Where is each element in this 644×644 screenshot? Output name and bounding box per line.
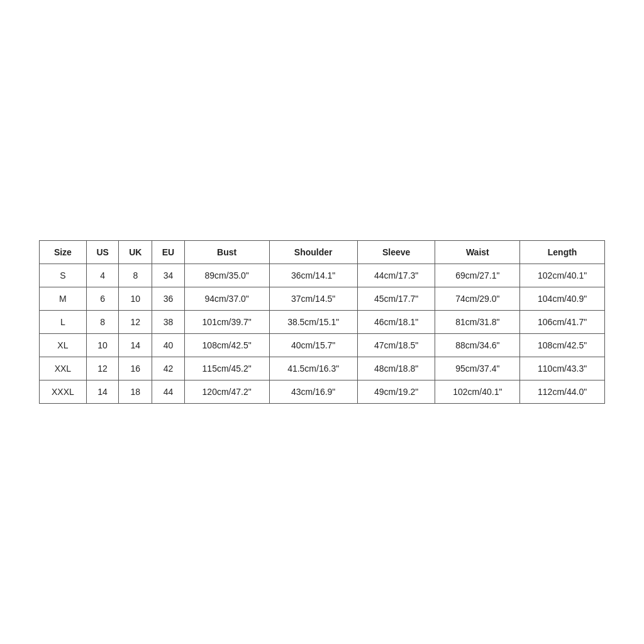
table-cell: 106cm/41.7" bbox=[520, 311, 605, 334]
table-cell: L bbox=[40, 311, 87, 334]
size-chart-table: SizeUSUKEUBustShoulderSleeveWaistLength … bbox=[39, 240, 605, 404]
table-cell: 120cm/47.2" bbox=[184, 380, 269, 404]
column-header-shoulder: Shoulder bbox=[269, 241, 357, 264]
column-header-sleeve: Sleeve bbox=[357, 241, 435, 264]
table-header-row: SizeUSUKEUBustShoulderSleeveWaistLength bbox=[40, 241, 605, 264]
column-header-waist: Waist bbox=[435, 241, 520, 264]
table-cell: XXXL bbox=[40, 380, 87, 404]
table-cell: 69cm/27.1" bbox=[435, 264, 520, 287]
column-header-bust: Bust bbox=[184, 241, 269, 264]
table-cell: 81cm/31.8" bbox=[435, 311, 520, 334]
table-cell: 49cm/19.2" bbox=[357, 380, 435, 404]
table-cell: 44 bbox=[152, 380, 185, 404]
table-cell: 38.5cm/15.1" bbox=[269, 311, 357, 334]
column-header-us: US bbox=[86, 241, 119, 264]
table-cell: S bbox=[40, 264, 87, 287]
table-cell: 10 bbox=[119, 287, 152, 311]
table-cell: 48cm/18.8" bbox=[357, 357, 435, 380]
column-header-length: Length bbox=[520, 241, 605, 264]
table-cell: 88cm/34.6" bbox=[435, 334, 520, 357]
table-cell: 108cm/42.5" bbox=[184, 334, 269, 357]
table-cell: 12 bbox=[119, 311, 152, 334]
table-cell: 47cm/18.5" bbox=[357, 334, 435, 357]
table-cell: 43cm/16.9" bbox=[269, 380, 357, 404]
table-cell: 14 bbox=[119, 334, 152, 357]
table-cell: 89cm/35.0" bbox=[184, 264, 269, 287]
table-cell: 4 bbox=[86, 264, 119, 287]
table-cell: 40cm/15.7" bbox=[269, 334, 357, 357]
table-cell: 112cm/44.0" bbox=[520, 380, 605, 404]
table-cell: 108cm/42.5" bbox=[520, 334, 605, 357]
table-cell: 115cm/45.2" bbox=[184, 357, 269, 380]
table-cell: 37cm/14.5" bbox=[269, 287, 357, 311]
table-cell: 94cm/37.0" bbox=[184, 287, 269, 311]
table-cell: 44cm/17.3" bbox=[357, 264, 435, 287]
table-cell: 45cm/17.7" bbox=[357, 287, 435, 311]
table-cell: 18 bbox=[119, 380, 152, 404]
column-header-size: Size bbox=[40, 241, 87, 264]
table-cell: 74cm/29.0" bbox=[435, 287, 520, 311]
table-cell: 110cm/43.3" bbox=[520, 357, 605, 380]
table-cell: 38 bbox=[152, 311, 185, 334]
table-cell: 95cm/37.4" bbox=[435, 357, 520, 380]
table-cell: 36 bbox=[152, 287, 185, 311]
table-cell: 102cm/40.1" bbox=[435, 380, 520, 404]
table-row: XL101440108cm/42.5"40cm/15.7"47cm/18.5"8… bbox=[40, 334, 605, 357]
table-cell: XXL bbox=[40, 357, 87, 380]
table-row: XXL121642115cm/45.2"41.5cm/16.3"48cm/18.… bbox=[40, 357, 605, 380]
table-cell: XL bbox=[40, 334, 87, 357]
table-cell: 14 bbox=[86, 380, 119, 404]
table-cell: 104cm/40.9" bbox=[520, 287, 605, 311]
table-row: L81238101cm/39.7"38.5cm/15.1"46cm/18.1"8… bbox=[40, 311, 605, 334]
table-cell: 41.5cm/16.3" bbox=[269, 357, 357, 380]
table-cell: 34 bbox=[152, 264, 185, 287]
table-row: M6103694cm/37.0"37cm/14.5"45cm/17.7"74cm… bbox=[40, 287, 605, 311]
table-cell: 36cm/14.1" bbox=[269, 264, 357, 287]
table-cell: M bbox=[40, 287, 87, 311]
table-cell: 42 bbox=[152, 357, 185, 380]
table-cell: 102cm/40.1" bbox=[520, 264, 605, 287]
table-cell: 10 bbox=[86, 334, 119, 357]
table-row: S483489cm/35.0"36cm/14.1"44cm/17.3"69cm/… bbox=[40, 264, 605, 287]
column-header-eu: EU bbox=[152, 241, 185, 264]
table-cell: 46cm/18.1" bbox=[357, 311, 435, 334]
table-cell: 40 bbox=[152, 334, 185, 357]
table-cell: 16 bbox=[119, 357, 152, 380]
table-cell: 8 bbox=[119, 264, 152, 287]
table-row: XXXL141844120cm/47.2"43cm/16.9"49cm/19.2… bbox=[40, 380, 605, 404]
table-cell: 101cm/39.7" bbox=[184, 311, 269, 334]
size-chart-container: SizeUSUKEUBustShoulderSleeveWaistLength … bbox=[39, 240, 605, 404]
table-cell: 8 bbox=[86, 311, 119, 334]
table-cell: 6 bbox=[86, 287, 119, 311]
column-header-uk: UK bbox=[119, 241, 152, 264]
table-cell: 12 bbox=[86, 357, 119, 380]
